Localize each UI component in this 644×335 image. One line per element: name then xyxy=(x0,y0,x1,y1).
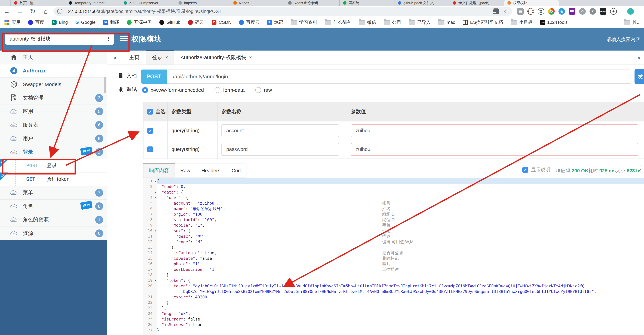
json-viewer-extension-icon[interactable]: {…} xyxy=(528,8,534,15)
circle-o-extension-icon[interactable]: O xyxy=(579,8,586,15)
bookmark-item[interactable]: bBing xyxy=(52,20,68,25)
chevron-m-extension-icon[interactable]: ▼ xyxy=(590,8,596,15)
sidebar-item-登录[interactable]: API登录NEW2 xyxy=(0,146,107,159)
response-tab-响应内容[interactable]: 响应内容 xyxy=(143,164,175,178)
fold-arrow-icon[interactable]: ▾ xyxy=(155,278,156,283)
browser-tab[interactable]: sh文件处理（pack） xyxy=(449,0,504,6)
bookmark-item[interactable]: 学习资料 xyxy=(291,19,317,25)
sidebar-endpoint-get[interactable]: NEWGET验证token xyxy=(0,172,107,186)
bookmark-item[interactable]: ES搜索引擎文档 xyxy=(463,19,503,25)
fold-arrow-icon[interactable]: ▾ xyxy=(155,228,156,234)
tab-scroll-right-icon[interactable]: » xyxy=(634,50,644,65)
bookmark-star-icon[interactable]: ☆ xyxy=(503,8,508,15)
content-tab-Authorize-authority-权限模块[interactable]: Authorize-authority-权限模块× xyxy=(174,50,258,64)
browser-tab[interactable]: 国家统... xyxy=(340,0,394,6)
bookmark-item[interactable]: GitHub xyxy=(159,20,180,25)
bookmark-item[interactable]: GGoogle xyxy=(75,20,96,25)
fold-arrow-icon[interactable]: ▾ xyxy=(155,178,156,184)
sidebar-item-角色[interactable]: API角色NEW8 xyxy=(0,200,107,213)
show-description-checkbox[interactable]: ✓ xyxy=(522,167,528,173)
bookmark-item[interactable]: 百度云 xyxy=(239,19,260,25)
rp-extension-icon[interactable]: RP xyxy=(569,8,575,15)
bookmark-item[interactable]: 小目标 xyxy=(511,19,532,25)
browser-tab[interactable]: Nacos xyxy=(230,0,284,6)
radio-raw[interactable] xyxy=(255,87,261,93)
sidebar-item-文档管理[interactable]: 文档管理3 xyxy=(0,91,107,105)
sidebar-item-资源[interactable]: API资源6 xyxy=(0,227,107,240)
reload-icon[interactable]: ↻ xyxy=(26,8,39,15)
sidebar-item-服务表[interactable]: API服务表6 xyxy=(0,118,107,132)
close-icon[interactable]: × xyxy=(165,55,168,60)
param-name-input[interactable]: password xyxy=(222,143,339,156)
sidebar-item-用户[interactable]: API用户9 xyxy=(0,132,107,146)
address-bar[interactable]: i 127.0.0.1:8760 /api/gate/doc.html#/aut… xyxy=(54,7,512,16)
param-checkbox[interactable]: ✓ xyxy=(147,128,153,134)
radio-form-data[interactable] xyxy=(214,87,220,93)
web-globe-extension-icon[interactable]: ◉ xyxy=(558,8,565,15)
back-icon[interactable]: ← xyxy=(0,8,13,15)
browser-tab[interactable]: 权限模块 xyxy=(504,0,559,6)
bookmark-item[interactable]: ✎笔记 xyxy=(267,19,283,25)
request-url-field[interactable]: /api/authority/anno/login xyxy=(167,70,632,84)
bookmark-item[interactable]: 码云 xyxy=(188,19,204,25)
bookmark-item[interactable]: 10241024Tools xyxy=(540,20,568,25)
response-tab-Raw[interactable]: Raw xyxy=(175,164,196,178)
chrome-extension-icon[interactable] xyxy=(548,8,555,15)
browser-tab[interactable]: Redis 命令参考 xyxy=(284,0,340,6)
profile-avatar-icon[interactable] xyxy=(627,8,634,15)
param-checkbox[interactable]: ✓ xyxy=(147,146,153,152)
other-bookmarks[interactable]: 其... xyxy=(624,19,640,25)
bookmark-item[interactable]: 译翻译 xyxy=(103,19,119,25)
send-button[interactable]: 发 xyxy=(634,69,644,84)
sidebar-item-主页[interactable]: 主页 xyxy=(0,50,107,64)
page-info-icon[interactable]: i xyxy=(57,9,62,14)
fold-arrow-icon[interactable]: ▾ xyxy=(155,195,156,200)
browser-tab[interactable]: https://s... xyxy=(175,0,230,6)
content-tab-登录[interactable]: 登录× xyxy=(146,50,174,64)
show-description-toggle[interactable]: ✓ 显示说明 xyxy=(522,166,550,173)
close-icon[interactable]: × xyxy=(249,55,252,60)
menu-hamburger-icon[interactable] xyxy=(120,36,128,42)
radio-x-www-form-urlencoded[interactable] xyxy=(142,87,148,93)
bookmark-item[interactable]: 什么都有 xyxy=(325,19,351,25)
select-all-checkbox[interactable]: ✓ xyxy=(147,109,153,114)
header-search-input[interactable]: 请输入搜索内容 xyxy=(606,36,640,43)
response-tab-Headers[interactable]: Headers xyxy=(196,164,226,178)
sidebar-scrollbar[interactable] xyxy=(104,77,106,93)
translate-en-extension-icon[interactable]: 英 xyxy=(538,8,544,15)
content-tab-主页[interactable]: 主页 xyxy=(123,50,146,64)
browser-tab[interactable]: Zuul - Jumpserver xyxy=(120,0,175,6)
expand-icon[interactable]: ↗↙ xyxy=(639,164,642,171)
asterisk-extension-icon[interactable]: ✳ xyxy=(610,8,617,15)
sidebar-item-菜单[interactable]: API菜单7 xyxy=(0,186,107,200)
bookmark-item[interactable]: mac xyxy=(438,20,455,25)
bookmark-item[interactable]: 开源中国 xyxy=(127,19,152,25)
gitzip-extension-icon[interactable]: GitZip xyxy=(600,8,606,15)
translate-page-icon[interactable]: G文 xyxy=(493,8,499,14)
doc-tab-调试[interactable]: 调试 xyxy=(114,82,146,97)
param-value-input[interactable]: zuihou xyxy=(351,124,638,137)
bookmark-item[interactable]: 公司 xyxy=(384,19,401,25)
browser-tab[interactable]: Temporary Interact... xyxy=(65,0,120,6)
fold-arrow-icon[interactable]: ▾ xyxy=(155,190,156,195)
bookmark-item[interactable]: 百度 xyxy=(28,19,44,25)
bookmark-item[interactable]: 已导入 xyxy=(409,19,431,25)
bookmark-item[interactable]: 应用 xyxy=(4,19,20,25)
browser-tab[interactable]: github pack 文件夹 xyxy=(394,0,449,6)
sidebar-item-Swagger Models[interactable]: Swagger Models xyxy=(0,78,107,91)
tab-scroll-left-icon[interactable]: « xyxy=(107,50,123,64)
sidebar-item-应用[interactable]: API应用5 xyxy=(0,105,107,118)
module-select[interactable]: authority-权限模块 ▲▼ xyxy=(5,33,114,45)
sidebar-item-角色的资源[interactable]: API角色的资源1 xyxy=(0,213,107,227)
bookmark-item[interactable]: CCSDN xyxy=(212,20,232,25)
forward-icon[interactable]: → xyxy=(13,8,26,15)
home-icon[interactable]: ⌂ xyxy=(39,8,52,15)
browser-tab[interactable]: 首页 - 监... xyxy=(10,0,65,6)
param-value-input[interactable]: zuihou xyxy=(351,143,638,156)
sidebar-item-Authorize[interactable]: Authorize xyxy=(0,64,107,78)
response-tab-Curl[interactable]: Curl xyxy=(226,164,246,178)
param-name-input[interactable]: account xyxy=(222,124,339,137)
bookmark-item[interactable]: 微信 xyxy=(359,19,376,25)
reader-extension-icon[interactable]: ▤ xyxy=(517,8,524,15)
sidebar-endpoint-post[interactable]: NEWPOST登录 xyxy=(0,159,107,172)
